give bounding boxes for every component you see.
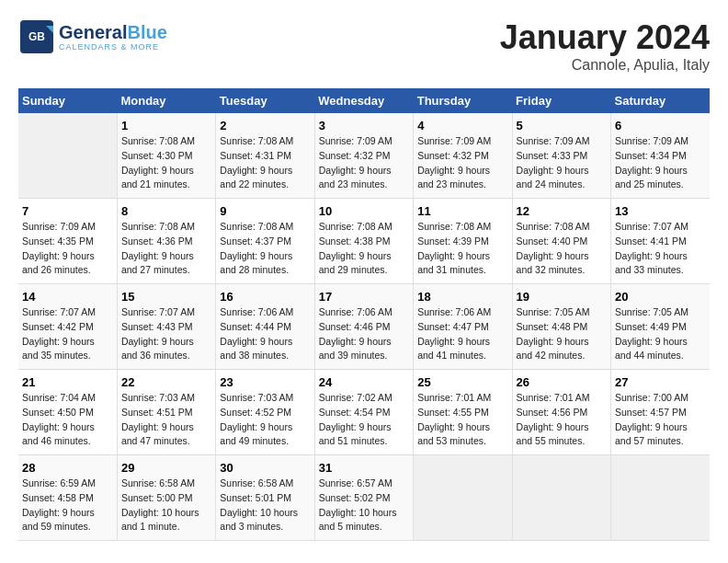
day-number: 8: [121, 204, 211, 218]
logo-text: GeneralBlue: [59, 22, 167, 42]
day-number: 17: [319, 290, 409, 304]
day-info: Sunrise: 7:02 AMSunset: 4:54 PMDaylight:…: [319, 391, 409, 449]
day-number: 11: [417, 204, 507, 218]
calendar-cell: 27Sunrise: 7:00 AMSunset: 4:57 PMDayligh…: [611, 370, 710, 455]
calendar-cell: 16Sunrise: 7:06 AMSunset: 4:44 PMDayligh…: [216, 284, 314, 370]
day-number: 13: [615, 204, 706, 218]
calendar-cell: 23Sunrise: 7:03 AMSunset: 4:52 PMDayligh…: [216, 370, 314, 455]
calendar-cell: 6Sunrise: 7:09 AMSunset: 4:34 PMDaylight…: [611, 113, 710, 199]
day-info: Sunrise: 7:01 AMSunset: 4:56 PMDaylight:…: [517, 391, 607, 449]
calendar-cell: [611, 455, 710, 541]
day-info: Sunrise: 7:08 AMSunset: 4:36 PMDaylight:…: [121, 220, 211, 278]
calendar-cell: 17Sunrise: 7:06 AMSunset: 4:46 PMDayligh…: [314, 284, 413, 370]
calendar-cell: 13Sunrise: 7:07 AMSunset: 4:41 PMDayligh…: [611, 199, 710, 284]
calendar-cell: 11Sunrise: 7:08 AMSunset: 4:39 PMDayligh…: [414, 199, 512, 284]
calendar-body: 1Sunrise: 7:08 AMSunset: 4:30 PMDaylight…: [18, 113, 710, 541]
calendar-cell: [414, 455, 512, 541]
header-cell-thursday: Thursday: [414, 88, 512, 113]
week-row-1: 1Sunrise: 7:08 AMSunset: 4:30 PMDaylight…: [18, 113, 710, 199]
day-number: 6: [615, 119, 706, 132]
day-number: 18: [417, 290, 507, 304]
calendar-cell: 3Sunrise: 7:09 AMSunset: 4:32 PMDaylight…: [314, 113, 413, 199]
day-number: 25: [417, 375, 507, 389]
day-info: Sunrise: 7:09 AMSunset: 4:32 PMDaylight:…: [417, 134, 507, 192]
calendar-cell: 18Sunrise: 7:06 AMSunset: 4:47 PMDayligh…: [414, 284, 512, 370]
day-number: 19: [517, 290, 607, 304]
day-info: Sunrise: 7:09 AMSunset: 4:34 PMDaylight:…: [615, 134, 706, 192]
day-info: Sunrise: 7:08 AMSunset: 4:38 PMDaylight:…: [319, 220, 409, 278]
week-row-3: 14Sunrise: 7:07 AMSunset: 4:42 PMDayligh…: [18, 284, 710, 370]
day-info: Sunrise: 7:07 AMSunset: 4:42 PMDaylight:…: [22, 305, 113, 363]
day-info: Sunrise: 7:03 AMSunset: 4:51 PMDaylight:…: [121, 391, 211, 449]
calendar-cell: 30Sunrise: 6:58 AMSunset: 5:01 PMDayligh…: [216, 455, 314, 541]
calendar-cell: 21Sunrise: 7:04 AMSunset: 4:50 PMDayligh…: [18, 370, 117, 455]
location-title: Cannole, Apulia, Italy: [500, 57, 710, 74]
day-number: 27: [615, 375, 706, 389]
calendar-cell: 19Sunrise: 7:05 AMSunset: 4:48 PMDayligh…: [512, 284, 610, 370]
day-info: Sunrise: 6:58 AMSunset: 5:01 PMDaylight:…: [220, 477, 310, 534]
svg-text:GB: GB: [28, 30, 45, 43]
header-cell-monday: Monday: [117, 88, 215, 113]
day-number: 24: [319, 375, 409, 389]
page-header: GB GeneralBlue CALENDARS & MORE January …: [18, 18, 710, 74]
day-info: Sunrise: 7:09 AMSunset: 4:32 PMDaylight:…: [319, 134, 409, 192]
calendar-cell: 31Sunrise: 6:57 AMSunset: 5:02 PMDayligh…: [314, 455, 413, 541]
day-number: 4: [417, 119, 507, 132]
day-number: 9: [220, 204, 310, 218]
day-number: 12: [517, 204, 607, 218]
calendar-cell: [18, 113, 117, 199]
calendar-cell: [512, 455, 610, 541]
day-info: Sunrise: 7:08 AMSunset: 4:39 PMDaylight:…: [417, 220, 507, 278]
day-info: Sunrise: 7:08 AMSunset: 4:37 PMDaylight:…: [220, 220, 310, 278]
day-info: Sunrise: 7:08 AMSunset: 4:31 PMDaylight:…: [220, 134, 310, 192]
calendar-cell: 22Sunrise: 7:03 AMSunset: 4:51 PMDayligh…: [117, 370, 215, 455]
week-row-4: 21Sunrise: 7:04 AMSunset: 4:50 PMDayligh…: [18, 370, 710, 455]
calendar-cell: 20Sunrise: 7:05 AMSunset: 4:49 PMDayligh…: [611, 284, 710, 370]
day-number: 21: [22, 375, 113, 389]
day-info: Sunrise: 7:08 AMSunset: 4:30 PMDaylight:…: [121, 134, 211, 192]
day-number: 20: [615, 290, 706, 304]
day-info: Sunrise: 7:05 AMSunset: 4:48 PMDaylight:…: [517, 305, 607, 363]
day-info: Sunrise: 7:04 AMSunset: 4:50 PMDaylight:…: [22, 391, 113, 449]
calendar-cell: 24Sunrise: 7:02 AMSunset: 4:54 PMDayligh…: [314, 370, 413, 455]
calendar-table: SundayMondayTuesdayWednesdayThursdayFrid…: [18, 88, 710, 541]
header-cell-tuesday: Tuesday: [216, 88, 314, 113]
header-cell-sunday: Sunday: [18, 88, 117, 113]
week-row-5: 28Sunrise: 6:59 AMSunset: 4:58 PMDayligh…: [18, 455, 710, 541]
day-number: 30: [220, 461, 310, 475]
calendar-cell: 1Sunrise: 7:08 AMSunset: 4:30 PMDaylight…: [117, 113, 215, 199]
day-number: 14: [22, 290, 113, 304]
day-number: 23: [220, 375, 310, 389]
day-number: 26: [517, 375, 607, 389]
day-number: 31: [319, 461, 409, 475]
day-info: Sunrise: 7:06 AMSunset: 4:47 PMDaylight:…: [417, 305, 507, 363]
day-info: Sunrise: 7:09 AMSunset: 4:33 PMDaylight:…: [517, 134, 607, 192]
calendar-cell: 5Sunrise: 7:09 AMSunset: 4:33 PMDaylight…: [512, 113, 610, 199]
day-info: Sunrise: 7:09 AMSunset: 4:35 PMDaylight:…: [22, 220, 113, 278]
calendar-cell: 26Sunrise: 7:01 AMSunset: 4:56 PMDayligh…: [512, 370, 610, 455]
day-number: 29: [121, 461, 211, 475]
day-number: 3: [319, 119, 409, 132]
header-cell-friday: Friday: [512, 88, 610, 113]
day-number: 16: [220, 290, 310, 304]
title-block: January 2024 Cannole, Apulia, Italy: [500, 18, 710, 74]
day-number: 1: [121, 119, 211, 132]
calendar-cell: 8Sunrise: 7:08 AMSunset: 4:36 PMDaylight…: [117, 199, 215, 284]
calendar-header: SundayMondayTuesdayWednesdayThursdayFrid…: [18, 88, 710, 113]
day-info: Sunrise: 7:06 AMSunset: 4:44 PMDaylight:…: [220, 305, 310, 363]
day-info: Sunrise: 6:58 AMSunset: 5:00 PMDaylight:…: [121, 477, 211, 534]
header-cell-saturday: Saturday: [611, 88, 710, 113]
logo-tagline: CALENDARS & MORE: [59, 42, 167, 52]
week-row-2: 7Sunrise: 7:09 AMSunset: 4:35 PMDaylight…: [18, 199, 710, 284]
calendar-cell: 29Sunrise: 6:58 AMSunset: 5:00 PMDayligh…: [117, 455, 215, 541]
day-number: 28: [22, 461, 113, 475]
day-info: Sunrise: 7:07 AMSunset: 4:43 PMDaylight:…: [121, 305, 211, 363]
day-number: 15: [121, 290, 211, 304]
calendar-cell: 2Sunrise: 7:08 AMSunset: 4:31 PMDaylight…: [216, 113, 314, 199]
day-info: Sunrise: 7:07 AMSunset: 4:41 PMDaylight:…: [615, 220, 706, 278]
day-number: 5: [517, 119, 607, 132]
calendar-cell: 15Sunrise: 7:07 AMSunset: 4:43 PMDayligh…: [117, 284, 215, 370]
logo: GB GeneralBlue CALENDARS & MORE: [18, 18, 167, 55]
calendar-cell: 12Sunrise: 7:08 AMSunset: 4:40 PMDayligh…: [512, 199, 610, 284]
day-info: Sunrise: 7:01 AMSunset: 4:55 PMDaylight:…: [417, 391, 507, 449]
